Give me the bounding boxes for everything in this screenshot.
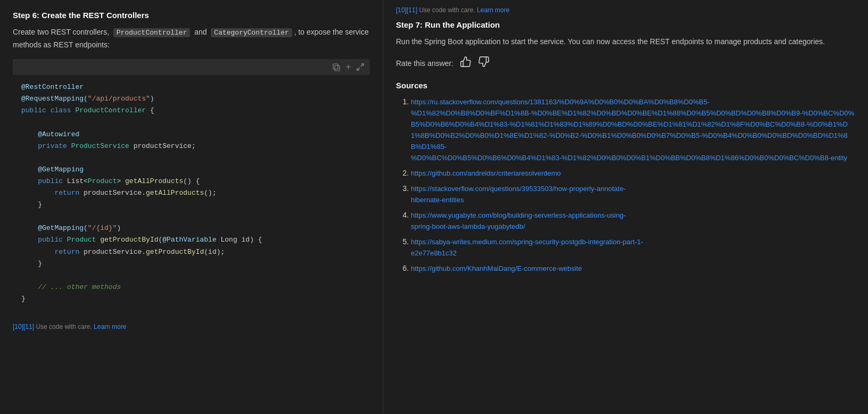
badge-category-controller: CategoryController: [211, 28, 292, 37]
svg-rect-0: [335, 65, 340, 71]
source-link-4[interactable]: https://www.yugabyte.com/blog/building-s…: [411, 211, 626, 230]
source-link-5[interactable]: https://sabya-writes.medium.com/spring-s…: [411, 238, 643, 257]
list-item: https://www.yugabyte.com/blog/building-s…: [411, 210, 855, 232]
list-item: https://github.com/andreldsr/criteriares…: [411, 168, 855, 179]
right-panel: [10][11] Use code with care. Learn more …: [383, 0, 868, 414]
right-notice-text: Use code with care.: [419, 6, 477, 14]
code-block: @RestController @RequestMapping("/api/pr…: [13, 75, 370, 311]
code-block-wrapper: + @RestController @RequestMapping("/api/…: [13, 59, 370, 311]
rate-section: Rate this answer:: [396, 56, 855, 70]
left-notice-link[interactable]: Learn more: [94, 323, 126, 330]
right-notice-refs: [10][11]: [396, 6, 417, 14]
list-item: https://stackoverflow.com/questions/3953…: [411, 183, 855, 205]
step6-heading: Step 6: Create the REST Controllers: [13, 11, 370, 20]
badge-product-controller: ProductController: [113, 28, 191, 37]
sources-heading: Sources: [396, 81, 855, 90]
list-item: https://github.com/KhanhMaiDang/E-commer…: [411, 263, 855, 274]
list-item: https://ru.stackoverflow.com/questions/1…: [411, 96, 855, 163]
svg-line-2: [361, 64, 363, 67]
code-toolbar: +: [13, 59, 370, 75]
list-item: https://sabya-writes.medium.com/spring-s…: [411, 236, 855, 259]
step6-prose: Create two REST controllers, ProductCont…: [13, 26, 370, 51]
source-link-6[interactable]: https://github.com/KhanhMaiDang/E-commer…: [411, 264, 582, 272]
source-link-3[interactable]: https://stackoverflow.com/questions/3953…: [411, 185, 626, 204]
thumbs-up-button[interactable]: [460, 56, 472, 70]
source-link-1[interactable]: https://ru.stackoverflow.com/questions/1…: [411, 98, 854, 162]
add-icon[interactable]: +: [346, 62, 351, 72]
step7-heading: Step 7: Run the Application: [396, 20, 855, 29]
left-panel: Step 6: Create the REST Controllers Crea…: [0, 0, 383, 414]
expand-icon[interactable]: [356, 63, 365, 71]
svg-line-3: [357, 68, 360, 70]
left-notice-refs: [10][11]: [13, 323, 34, 330]
svg-rect-1: [333, 64, 338, 69]
step7-prose: Run the Spring Boot application to start…: [396, 36, 855, 47]
copy-icon[interactable]: [332, 63, 341, 71]
rate-label: Rate this answer:: [396, 59, 453, 68]
right-notice-bar: [10][11] Use code with care. Learn more: [396, 6, 855, 14]
source-link-2[interactable]: https://github.com/andreldsr/criteriares…: [411, 169, 561, 177]
left-notice-text: Use code with care.: [36, 323, 94, 330]
thumbs-down-button[interactable]: [478, 56, 490, 70]
sources-list: https://ru.stackoverflow.com/questions/1…: [396, 96, 855, 274]
right-notice-link[interactable]: Learn more: [477, 6, 509, 14]
left-notice-bar: [10][11] Use code with care. Learn more: [13, 318, 370, 330]
